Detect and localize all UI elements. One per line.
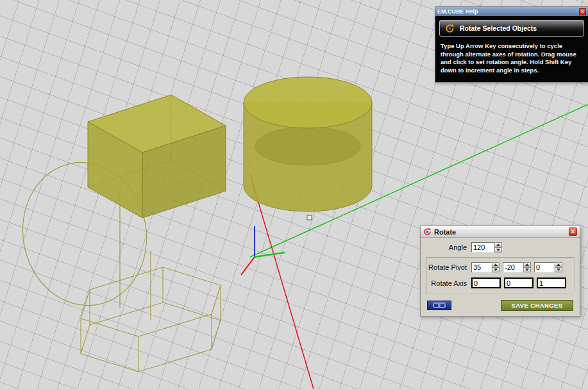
help-panel-body: Rotate Selected Objects Type Up Arrow Ke…: [435, 16, 588, 82]
rotate-dialog: Rotate × Angle Rotate Pivot: [420, 226, 580, 317]
spin-down-icon[interactable]: [555, 267, 562, 272]
pivot-z-input[interactable]: [534, 262, 555, 272]
scene-cylinder-object[interactable]: [244, 77, 372, 211]
angle-input[interactable]: [471, 242, 494, 252]
rotate-icon: [423, 228, 432, 236]
help-body-text: Type Up Arrow Key consecutively to cycle…: [439, 42, 584, 74]
help-panel-title: EM.CUBE Help: [437, 8, 579, 15]
axis-z-input[interactable]: [537, 277, 566, 288]
help-panel: EM.CUBE Help × Rotate Selected Objects T…: [435, 6, 588, 83]
help-close-button[interactable]: ×: [579, 8, 586, 15]
spin-down-icon[interactable]: [492, 267, 500, 272]
rotate-dialog-close-button[interactable]: ×: [569, 228, 577, 236]
pivot-x-spinner[interactable]: [492, 262, 500, 272]
angle-spinner[interactable]: [494, 242, 502, 252]
axis-y-input[interactable]: [504, 277, 533, 288]
save-changes-button[interactable]: SAVE CHANGES: [501, 300, 573, 311]
rotate-dialog-titlebar[interactable]: Rotate ×: [421, 226, 580, 238]
spin-down-icon[interactable]: [494, 247, 502, 252]
pivot-z-spinner[interactable]: [555, 262, 562, 272]
help-header-text: Rotate Selected Objects: [460, 24, 537, 32]
pivot-y-spinner[interactable]: [523, 262, 531, 272]
close-icon: ×: [581, 8, 584, 15]
pivot-y-input[interactable]: [503, 262, 523, 272]
spin-down-icon[interactable]: [523, 267, 531, 272]
angle-label: Angle: [426, 244, 467, 251]
close-icon: ×: [571, 228, 575, 235]
help-panel-titlebar[interactable]: EM.CUBE Help ×: [435, 7, 588, 16]
scene-box-object[interactable]: [88, 95, 226, 218]
link-button[interactable]: [427, 301, 451, 310]
spin-up-icon[interactable]: [492, 262, 500, 267]
chain-link-icon: [433, 302, 446, 308]
rotate-dialog-body: Angle Rotate Pivot: [421, 238, 580, 316]
spin-up-icon[interactable]: [494, 242, 502, 247]
cylinder-inner-shade: [255, 127, 360, 165]
pivot-x-input[interactable]: [471, 262, 492, 272]
help-header-bar: Rotate Selected Objects: [439, 20, 584, 37]
pivot-marker[interactable]: [307, 215, 312, 220]
scene-wireframe-hex-prism[interactable]: [81, 251, 221, 372]
spin-up-icon[interactable]: [523, 262, 531, 267]
rotate-pivot-label: Rotate Pivot: [428, 263, 467, 271]
rotate-groupbox: Rotate Pivot: [426, 257, 575, 294]
spin-up-icon[interactable]: [555, 262, 562, 267]
rotate-dialog-title: Rotate: [434, 228, 566, 236]
rotate-objects-icon: [445, 24, 455, 33]
rotate-axis-label: Rotate Axis: [428, 279, 467, 287]
axis-x-input[interactable]: [471, 277, 501, 288]
